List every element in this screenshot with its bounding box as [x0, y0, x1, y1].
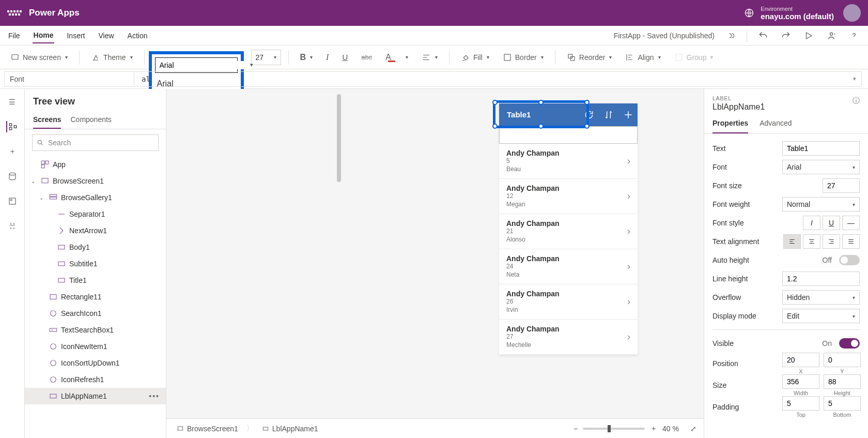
- font-color-button[interactable]: A▾: [381, 51, 412, 64]
- property-selector[interactable]: Font: [4, 71, 134, 87]
- align-icon: [625, 53, 634, 62]
- fill-icon: [461, 53, 470, 62]
- border-button[interactable]: Border▾: [499, 51, 548, 64]
- italic-button[interactable]: I: [322, 51, 333, 64]
- user-avatar[interactable]: [843, 4, 861, 22]
- svg-point-1: [830, 33, 833, 35]
- border-icon: [503, 53, 512, 62]
- chevron-down-icon: ▾: [274, 54, 276, 60]
- redo-icon[interactable]: [779, 29, 793, 42]
- menu-bar: File Home Insert View Action FirstApp - …: [0, 26, 868, 46]
- share-icon[interactable]: [825, 29, 838, 42]
- app-brand: Power Apps: [29, 8, 744, 18]
- app-header: Power Apps Environment enayu.com (defaul…: [0, 0, 868, 26]
- svg-rect-6: [676, 54, 682, 61]
- group-icon: [674, 53, 684, 62]
- font-input[interactable]: [160, 61, 250, 69]
- fill-button[interactable]: Fill▾: [457, 51, 493, 64]
- environment-value: enayu.com (default): [761, 12, 834, 21]
- formula-bar: Font al▾: [0, 69, 868, 89]
- app-checker-icon[interactable]: [724, 29, 737, 42]
- svg-rect-5: [570, 56, 575, 61]
- bold-button[interactable]: B▾: [296, 51, 317, 64]
- align-button[interactable]: Align▾: [621, 51, 664, 64]
- saved-status: FirstApp - Saved (Unpublished): [614, 32, 715, 40]
- svg-rect-3: [504, 54, 510, 61]
- underline-button[interactable]: U: [338, 51, 352, 64]
- menu-file[interactable]: File: [7, 28, 21, 43]
- menu-view[interactable]: View: [97, 28, 115, 43]
- menu-insert[interactable]: Insert: [66, 28, 86, 43]
- menu-home[interactable]: Home: [33, 28, 55, 43]
- menu-action[interactable]: Action: [127, 28, 149, 43]
- theme-button[interactable]: Theme▾: [87, 51, 137, 64]
- strikethrough-button[interactable]: abc: [357, 51, 376, 63]
- chevron-down-icon: ▾: [250, 62, 253, 68]
- environment-label: Environment: [761, 6, 834, 12]
- environment-picker[interactable]: Environment enayu.com (default): [744, 6, 834, 21]
- text-align-button[interactable]: ▾: [417, 51, 442, 64]
- theme-icon: [91, 53, 100, 62]
- play-icon[interactable]: [802, 29, 815, 42]
- help-icon[interactable]: [847, 29, 861, 42]
- undo-icon[interactable]: [756, 29, 770, 42]
- new-screen-button[interactable]: New screen▾: [6, 51, 72, 64]
- svg-rect-2: [12, 54, 18, 59]
- reorder-icon: [567, 53, 576, 62]
- align-left-icon: [422, 53, 431, 62]
- group-button: Group▾: [670, 51, 718, 64]
- waffle-icon[interactable]: [7, 6, 22, 20]
- chevron-down-icon: ▾: [853, 75, 856, 82]
- reorder-button[interactable]: Reorder▾: [563, 51, 616, 64]
- font-size-picker[interactable]: 27 ▾: [251, 50, 281, 65]
- screen-icon: [10, 53, 20, 62]
- environment-icon: [744, 8, 754, 18]
- formula-value[interactable]: al▾: [134, 71, 862, 87]
- svg-rect-4: [568, 54, 572, 58]
- ribbon: New screen▾ Theme▾ ▾ ArialCourier NewDan…: [0, 46, 868, 69]
